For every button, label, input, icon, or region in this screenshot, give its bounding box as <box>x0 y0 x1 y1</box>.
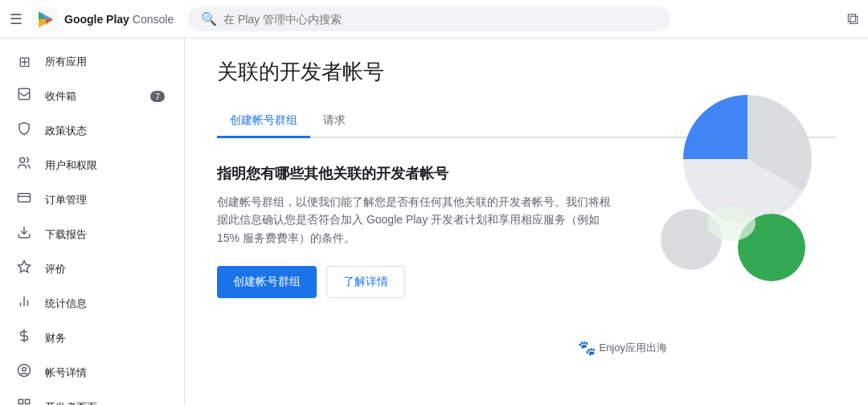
finance-icon <box>16 329 32 347</box>
search-input[interactable] <box>223 13 657 26</box>
sidebar-item-label: 用户和权限 <box>45 158 165 173</box>
sidebar: ⊞ 所有应用 收件箱 7 政策状态 用户和权限 <box>0 39 185 405</box>
logo-text: Google Play Console <box>64 13 174 26</box>
sidebar-item-label: 开发者页面 <box>45 400 165 406</box>
header: ☰ Google Play Console 🔍 ⧉ <box>0 0 868 39</box>
dev-page-icon <box>16 398 32 405</box>
sidebar-item-inbox[interactable]: 收件箱 7 <box>0 79 178 113</box>
section-description: 创建帐号群组，以便我们能了解您是否有任何其他关联的开发者帐号。我们将根据此信息确… <box>217 193 619 247</box>
search-icon: 🔍 <box>201 11 217 27</box>
tab-request[interactable]: 请求 <box>310 105 358 138</box>
create-group-button[interactable]: 创建帐号群组 <box>217 266 317 298</box>
header-right: ⧉ <box>847 10 858 28</box>
svg-rect-17 <box>18 399 23 403</box>
play-store-icon <box>32 6 58 32</box>
sidebar-item-dev-page[interactable]: 开发者页面 <box>0 390 178 405</box>
sidebar-item-label: 下载报告 <box>45 227 165 242</box>
external-link-icon[interactable]: ⧉ <box>847 10 858 28</box>
reviews-icon <box>16 260 32 278</box>
illustration <box>611 87 836 312</box>
svg-rect-18 <box>26 399 30 403</box>
inbox-badge: 7 <box>150 91 165 102</box>
sidebar-item-orders[interactable]: 订单管理 <box>0 182 178 217</box>
sidebar-item-finance[interactable]: 财务 <box>0 321 178 355</box>
tab-create[interactable]: 创建帐号群组 <box>217 105 310 138</box>
sidebar-item-label: 收件箱 <box>45 89 137 104</box>
page-title: 关联的开发者帐号 <box>217 58 836 86</box>
users-icon <box>16 156 32 174</box>
sidebar-item-label: 所有应用 <box>45 55 165 69</box>
svg-rect-7 <box>18 194 31 202</box>
sidebar-item-label: 帐号详情 <box>45 366 165 380</box>
learn-more-button[interactable]: 了解详情 <box>326 266 405 298</box>
watermark: 🐾 Enjoy应用出海 <box>578 339 667 357</box>
sidebar-item-all-apps[interactable]: ⊞ 所有应用 <box>0 45 178 79</box>
download-icon <box>16 225 32 243</box>
all-apps-icon: ⊞ <box>16 53 32 71</box>
stats-icon <box>16 294 32 313</box>
svg-point-25 <box>707 206 755 241</box>
svg-point-6 <box>20 158 25 162</box>
sidebar-item-reviews[interactable]: 评价 <box>0 252 178 286</box>
inbox-icon <box>16 87 32 105</box>
orders-icon <box>16 190 32 209</box>
sidebar-item-account[interactable]: 帐号详情 <box>0 355 178 390</box>
search-bar[interactable]: 🔍 <box>188 6 670 31</box>
main-layout: ⊞ 所有应用 收件箱 7 政策状态 用户和权限 <box>0 39 868 405</box>
watermark-text: Enjoy应用出海 <box>599 341 667 355</box>
sidebar-item-label: 政策状态 <box>45 124 165 138</box>
watermark-icon: 🐾 <box>578 339 596 357</box>
sidebar-item-label: 统计信息 <box>45 297 165 311</box>
sidebar-item-users[interactable]: 用户和权限 <box>0 148 178 182</box>
sidebar-item-policy[interactable]: 政策状态 <box>0 113 178 148</box>
sidebar-item-stats[interactable]: 统计信息 <box>0 286 178 321</box>
pie-chart-illustration <box>611 87 836 296</box>
sidebar-item-label: 财务 <box>45 331 165 346</box>
policy-icon <box>16 121 32 140</box>
sidebar-item-reports[interactable]: 下载报告 <box>0 217 178 252</box>
account-icon <box>16 363 32 382</box>
logo: ☰ Google Play Console <box>10 6 178 32</box>
svg-point-16 <box>23 367 27 371</box>
sidebar-item-label: 评价 <box>45 262 165 276</box>
svg-marker-10 <box>18 261 31 272</box>
main-content: 关联的开发者帐号 创建帐号群组 请求 指明您有哪些其他关联的开发者帐号 创建帐号… <box>185 39 868 405</box>
sidebar-item-label: 订单管理 <box>45 193 165 207</box>
menu-icon[interactable]: ☰ <box>10 10 23 28</box>
